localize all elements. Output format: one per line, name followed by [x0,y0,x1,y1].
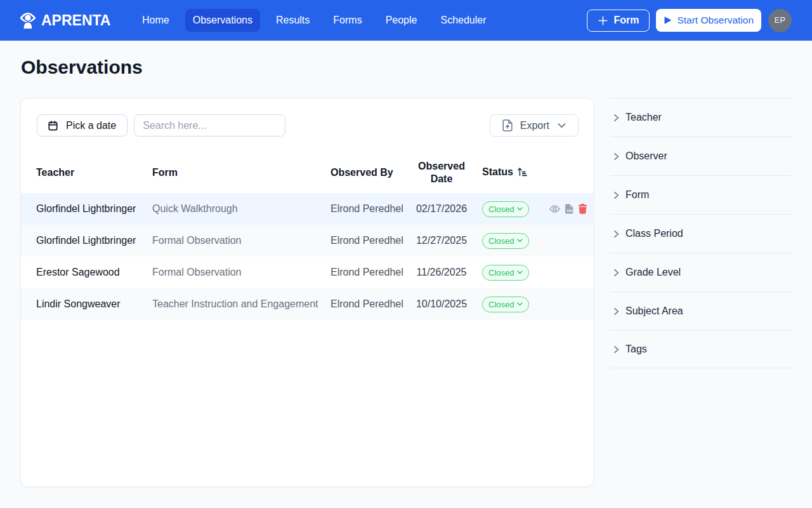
svg-text:PDF: PDF [566,209,573,213]
